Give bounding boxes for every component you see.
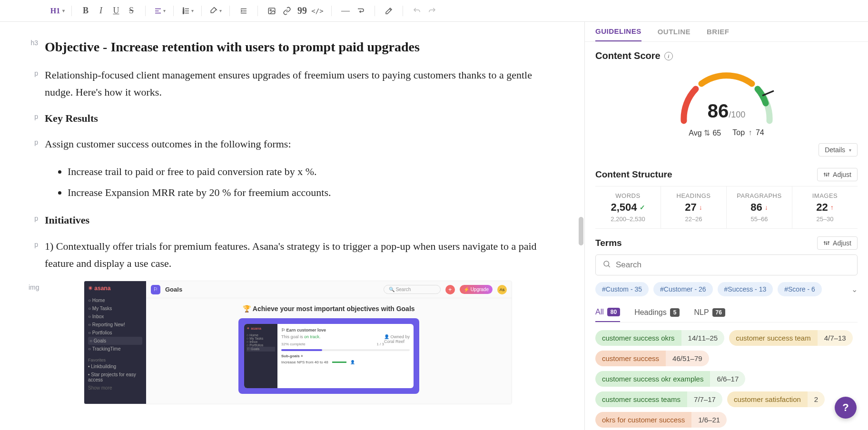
asana-screenshot: ✴ asana ○ Home○ My Tasks○ Inbox○ Reporti… xyxy=(84,281,512,404)
block-tag: p xyxy=(29,238,45,248)
indent-button[interactable] xyxy=(237,4,251,18)
details-button[interactable]: Details▾ xyxy=(819,143,858,156)
wrap-button[interactable] xyxy=(354,4,368,18)
adjust-structure-button[interactable]: Adjust xyxy=(817,168,858,181)
block-content[interactable]: Initiatives xyxy=(45,212,551,229)
term-tab-headings[interactable]: Headings5 xyxy=(634,303,680,322)
underline-button[interactable]: U xyxy=(109,4,123,18)
expand-filters-icon[interactable]: ⌄ xyxy=(851,285,858,294)
structure-headings: HEADINGS27↓22–26 xyxy=(661,186,727,228)
list-picker[interactable]: 123 ▾ xyxy=(180,4,195,18)
undo-button[interactable] xyxy=(410,4,424,18)
term-chip[interactable]: customer success teams7/7–17 xyxy=(595,391,722,407)
panel-tab-outline[interactable]: OUTLINE xyxy=(658,22,690,41)
editor-block[interactable]: pInitiatives xyxy=(29,212,551,229)
structure-images: IMAGES22↑25–30 xyxy=(792,186,858,228)
highlight-picker[interactable]: ▾ xyxy=(208,4,223,18)
content-score-title: Content Score i xyxy=(595,50,858,61)
svg-point-18 xyxy=(824,173,825,174)
editor-block[interactable]: p1) Contextually offer trials for premiu… xyxy=(29,238,551,273)
align-picker[interactable]: ▾ xyxy=(152,4,167,18)
score-stats: Avg ⇅ 65 Top ↑ 74 xyxy=(689,128,764,137)
structure-title: Content Structure xyxy=(595,169,672,180)
sidebar-panel: GUIDELINESOUTLINEBRIEF Content Score i xyxy=(584,22,868,430)
block-tag: p xyxy=(29,110,45,120)
block-tag xyxy=(29,161,45,164)
block-tag: p xyxy=(29,67,45,77)
structure-paragraphs: PARAGRAPHS86↓55–66 xyxy=(727,186,792,228)
filter-tag[interactable]: #Customer - 26 xyxy=(653,282,712,296)
term-chip[interactable]: customer satisfaction2 xyxy=(727,391,825,407)
svg-point-19 xyxy=(826,175,827,176)
help-fab[interactable]: ? xyxy=(835,397,857,419)
editor-block[interactable]: pRelationship-focused client management … xyxy=(29,67,551,101)
adjust-terms-button[interactable]: Adjust xyxy=(817,236,858,250)
image-block[interactable]: img ✴ asana ○ Home○ My Tasks○ Inbox○ Rep… xyxy=(29,281,551,404)
terms-search-input[interactable] xyxy=(616,260,850,270)
svg-text:3: 3 xyxy=(183,11,184,14)
italic-button[interactable]: I xyxy=(94,4,108,18)
editor-block[interactable]: Increase trail to paid or free to paid c… xyxy=(29,161,551,203)
block-tag: p xyxy=(29,212,45,222)
svg-point-24 xyxy=(824,242,825,243)
block-content[interactable]: Objective - Increase retention with user… xyxy=(45,36,551,58)
info-icon[interactable]: i xyxy=(664,52,673,60)
term-chip[interactable]: customer success okr examples6/6–17 xyxy=(595,371,745,387)
heading-picker[interactable]: H1▾ xyxy=(50,4,65,18)
filter-tag[interactable]: #Score - 6 xyxy=(778,282,822,296)
block-content[interactable]: Increase trail to paid or free to paid c… xyxy=(45,161,551,203)
search-icon xyxy=(602,260,611,270)
editor-toolbar: H1▾ B I U S ▾ 123 ▾ ▾ xyxy=(0,0,868,22)
block-content[interactable]: Relationship-focused client management e… xyxy=(45,67,551,101)
filter-tag[interactable]: #Success - 13 xyxy=(718,282,773,296)
term-chip[interactable]: customer success team4/7–13 xyxy=(729,330,852,346)
bold-button[interactable]: B xyxy=(79,4,93,18)
svg-point-26 xyxy=(828,242,829,243)
block-tag: img xyxy=(29,281,45,404)
block-content[interactable]: Assign customer success outcomes in the … xyxy=(45,136,551,153)
term-chip[interactable]: customer success okrs14/11–25 xyxy=(595,330,724,346)
terms-title: Terms xyxy=(595,238,622,248)
strike-button[interactable]: S xyxy=(124,4,138,18)
list-item[interactable]: Increase Expansion MRR rate by 20 % for … xyxy=(68,182,551,203)
editor-block[interactable]: pKey Results xyxy=(29,110,551,127)
clear-format-button[interactable] xyxy=(382,4,396,18)
editor-block[interactable]: pAssign customer success outcomes in the… xyxy=(29,136,551,153)
svg-point-13 xyxy=(270,10,271,11)
editor-block[interactable]: h3Objective - Increase retention with us… xyxy=(29,36,551,58)
panel-tab-guidelines[interactable]: GUIDELINES xyxy=(595,22,641,41)
svg-point-27 xyxy=(604,261,609,266)
block-content[interactable]: 1) Contextually offer trials for premium… xyxy=(45,238,551,273)
editor-area: h3Objective - Increase retention with us… xyxy=(0,22,584,430)
svg-line-28 xyxy=(608,265,610,267)
quote-button[interactable]: 99 xyxy=(295,4,309,18)
block-content[interactable]: Key Results xyxy=(45,110,551,127)
terms-search[interactable] xyxy=(595,254,858,275)
term-tab-nlp[interactable]: NLP76 xyxy=(694,303,725,322)
term-chip[interactable]: okrs for customer success1/6–21 xyxy=(595,412,727,428)
score-gauge: 86/100 xyxy=(672,66,781,126)
term-tab-all[interactable]: All80 xyxy=(595,303,620,322)
panel-tab-brief[interactable]: BRIEF xyxy=(707,22,730,41)
filter-tag[interactable]: #Custom - 35 xyxy=(595,282,649,296)
link-button[interactable] xyxy=(280,4,294,18)
list-item[interactable]: Increase trail to paid or free to paid c… xyxy=(68,161,551,182)
svg-point-25 xyxy=(826,244,827,244)
score-value: 86 xyxy=(708,100,729,121)
scrollbar-thumb[interactable] xyxy=(579,217,583,245)
hr-button[interactable]: — xyxy=(338,4,353,18)
image-button[interactable] xyxy=(265,4,279,18)
code-button[interactable]: </> xyxy=(310,4,325,18)
redo-button[interactable] xyxy=(425,4,439,18)
block-tag: h3 xyxy=(29,36,45,47)
structure-words: WORDS2,504✓2,200–2,530 xyxy=(595,186,661,228)
block-tag: p xyxy=(29,136,45,146)
svg-point-20 xyxy=(828,173,829,174)
term-chip[interactable]: customer success46/51–79 xyxy=(595,351,709,366)
